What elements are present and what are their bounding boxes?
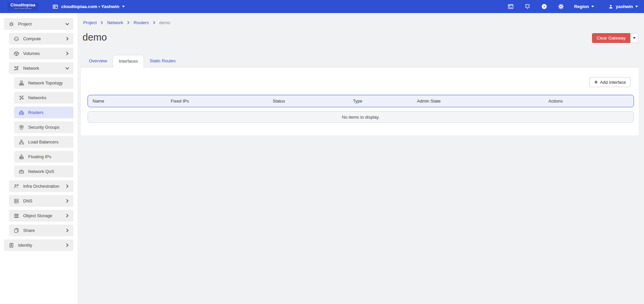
sidebar-item-label: Share [23, 228, 65, 233]
breadcrumb-network[interactable]: Network [107, 20, 123, 25]
user-label: yashwin [616, 4, 633, 9]
clear-gateway-dropdown-button[interactable] [630, 33, 638, 43]
project-context-switcher[interactable]: cloudtopiaa.com • Yashwin [52, 4, 124, 10]
object-storage-icon [13, 213, 20, 219]
main-content: Project Network Routers demo demo Clear … [77, 13, 644, 304]
add-interface-button[interactable]: Add Interface [589, 77, 631, 87]
sidebar-item-routers[interactable]: Routers [14, 107, 73, 118]
page-title: demo [83, 32, 107, 43]
networks-icon [18, 95, 25, 101]
load-balancer-icon [18, 139, 25, 145]
dns-icon [13, 198, 20, 204]
chevron-down-icon [635, 6, 638, 7]
region-dropdown[interactable]: Region [570, 0, 599, 13]
project-icon [8, 21, 15, 27]
network-qos-icon [18, 169, 25, 175]
sidebar-item-security-groups[interactable]: Security Groups [14, 121, 73, 133]
tab-static-routes[interactable]: Static Routes [144, 55, 181, 67]
network-icon [13, 65, 20, 71]
sidebar-item-project[interactable]: Project [4, 18, 73, 30]
sidebar-item-load-balancers[interactable]: Load Balancers [14, 136, 73, 148]
column-header-admin-state: Admin State [417, 99, 548, 104]
sidebar-item-infra-orchestration[interactable]: Infra Orchestration [9, 180, 73, 192]
help-icon: ? [541, 3, 547, 10]
sidebar-item-label: Load Balancers [28, 139, 69, 144]
sidebar-item-networks[interactable]: Networks [14, 92, 73, 104]
topbar: Cloudtopiaa Your Cloud Partner cloudtopi… [0, 0, 644, 13]
identity-icon [8, 242, 15, 248]
console-icon [507, 3, 514, 10]
floating-ip-icon [18, 154, 25, 160]
sidebar-item-label: Infra Orchestration [23, 184, 65, 189]
infra-orchestration-icon [13, 183, 20, 189]
sidebar-item-dns[interactable]: DNS [9, 195, 73, 207]
sidebar-item-label: Identity [18, 243, 65, 248]
breadcrumb-current: demo [159, 20, 170, 25]
clear-gateway-button[interactable]: Clear Gateway [592, 33, 630, 43]
chevron-down-icon [65, 66, 69, 70]
compute-icon [13, 36, 20, 42]
tab-overview[interactable]: Overview [83, 55, 113, 67]
chevron-right-icon [100, 21, 104, 24]
brand-logo[interactable]: Cloudtopiaa Your Cloud Partner [7, 2, 38, 11]
svg-text:?: ? [543, 5, 545, 8]
domain-icon [52, 4, 58, 10]
help-button[interactable]: ? [536, 0, 553, 13]
chevron-right-icon [65, 214, 69, 218]
user-menu[interactable]: yashwin [603, 0, 638, 13]
tab-bar: Overview Interfaces Static Routes [83, 55, 181, 67]
sidebar-item-share[interactable]: Share [9, 225, 73, 236]
sidebar-item-volumes[interactable]: Volumes [9, 48, 73, 59]
sidebar-item-label: Network QoS [28, 169, 69, 174]
network-topology-icon [18, 80, 25, 86]
gear-icon [558, 3, 564, 10]
breadcrumb-project[interactable]: Project [83, 20, 97, 25]
sidebar-item-label: Project [18, 21, 65, 26]
console-button[interactable] [502, 0, 519, 13]
chevron-down-icon [591, 6, 594, 7]
notifications-button[interactable] [519, 0, 536, 13]
sidebar-item-object-storage[interactable]: Object Storage [9, 210, 73, 222]
interfaces-panel: Add Interface Name Fixed IPs Status Type… [81, 67, 639, 135]
chevron-right-icon [152, 21, 156, 24]
sidebar: Project Compute Volumes [0, 13, 77, 304]
router-icon [18, 110, 25, 116]
share-icon [13, 228, 20, 234]
tab-interfaces[interactable]: Interfaces [113, 55, 144, 67]
user-icon [608, 4, 613, 9]
sidebar-item-label: Security Groups [28, 125, 69, 130]
empty-message: No items to display. [342, 115, 379, 120]
sidebar-item-floating-ips[interactable]: Floating IPs [14, 151, 73, 163]
plus-icon [594, 80, 598, 84]
column-header-fixed-ips: Fixed IPs [171, 99, 273, 104]
chevron-right-icon [65, 228, 69, 233]
sidebar-item-identity[interactable]: Identity [4, 239, 73, 251]
sidebar-item-network-topology[interactable]: Network Topology [14, 77, 73, 89]
sidebar-item-label: Object Storage [23, 213, 65, 218]
sidebar-item-network-qos[interactable]: Network QoS [14, 166, 73, 177]
sidebar-item-network[interactable]: Network [9, 62, 73, 74]
column-header-actions: Actions [548, 99, 634, 104]
bell-icon [524, 3, 531, 10]
security-groups-icon [18, 124, 25, 130]
context-label: cloudtopiaa.com • Yashwin [61, 4, 119, 9]
chevron-right-icon [65, 243, 69, 247]
sidebar-item-label: DNS [23, 198, 65, 203]
breadcrumb-routers[interactable]: Routers [133, 20, 149, 25]
settings-button[interactable] [553, 0, 570, 13]
volumes-icon [13, 51, 20, 57]
column-header-name: Name [88, 99, 171, 104]
sidebar-item-label: Compute [23, 36, 65, 41]
brand-tagline: Your Cloud Partner [10, 7, 35, 10]
chevron-right-icon [65, 184, 69, 188]
table-header-row: Name Fixed IPs Status Type Admin State A… [88, 95, 634, 107]
table-empty-row: No items to display. [88, 111, 634, 123]
sidebar-item-label: Network Topology [28, 80, 69, 85]
router-actions: Clear Gateway [592, 33, 638, 43]
chevron-down-icon [122, 6, 125, 7]
sidebar-item-label: Routers [28, 110, 69, 115]
sidebar-item-label: Network [23, 66, 65, 71]
sidebar-item-compute[interactable]: Compute [9, 33, 73, 45]
add-interface-label: Add Interface [600, 80, 626, 85]
chevron-right-icon [65, 199, 69, 203]
